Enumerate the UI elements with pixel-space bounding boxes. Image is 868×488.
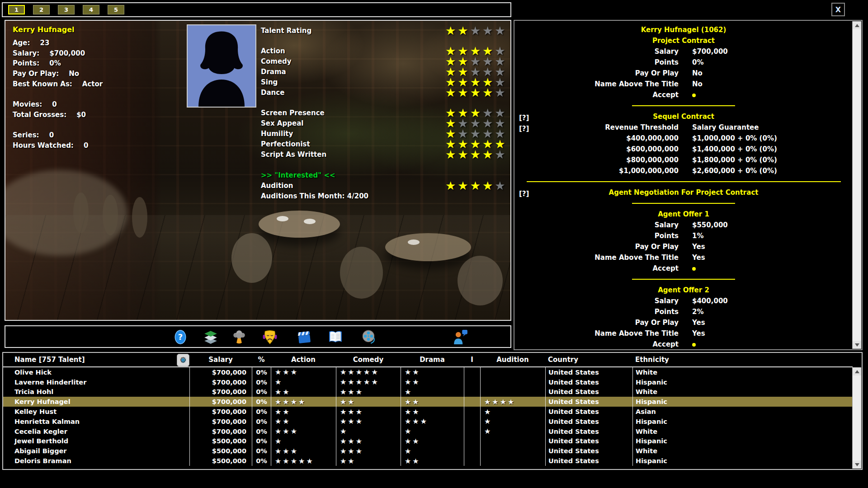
cell-comedy: ★★ [336, 456, 401, 466]
table-row[interactable]: Laverne Hinderliter$700,0000%★★★★★★★★Uni… [3, 377, 853, 387]
contract-scrollbar[interactable] [852, 21, 861, 349]
tab-5[interactable]: 5 [108, 5, 124, 14]
sequel-table-help-marker[interactable]: [?] [519, 125, 529, 133]
project-contract-heading: Project Contract [514, 35, 853, 46]
agent-offer-heading: Agent Offer 2 [514, 285, 853, 296]
cell-name: Tricia Hohl [3, 387, 189, 397]
kv-value: Yes [692, 329, 705, 338]
table-row[interactable]: Deloris Braman$500,0000%★★★★★★★★★United … [3, 456, 853, 466]
accept-radio[interactable] [692, 94, 696, 97]
cell-country: United States [545, 367, 632, 377]
cell-ethnicity: White [632, 367, 853, 377]
tab-2[interactable]: 2 [33, 5, 50, 14]
talent-stat-row: Hours Watched:0 [13, 141, 184, 151]
table-row[interactable]: Tricia Hohl$700,0000%★★★★★★United States… [3, 387, 853, 397]
cell-comedy: ★★★ [336, 387, 401, 397]
star-rating: ★ [401, 447, 412, 455]
talent-stat-row: Best Known As:Actor [13, 79, 184, 89]
svg-text:?: ? [178, 332, 183, 342]
table-row[interactable]: Kelley Hust$700,0000%★★★★★★★★United Stat… [3, 407, 853, 417]
accept-radio[interactable] [692, 267, 696, 271]
page-tab-bar: 12345 [2, 2, 511, 17]
accept-radio[interactable] [692, 343, 696, 347]
help-icon-button[interactable]: ? [173, 329, 189, 345]
negotiation-help-marker[interactable]: [?] [519, 190, 529, 198]
table-row[interactable]: Cecelia Kegler$700,0000%★★★★★★United Sta… [3, 427, 853, 436]
kv-label: $600,000,000 [514, 145, 679, 153]
column-header-ethnicity[interactable]: Ethnicity [632, 353, 853, 366]
contract-kv-row: Name Above The TitleNo [514, 79, 853, 89]
table-settings-gear-icon[interactable]: ⚙ [177, 354, 189, 366]
film-reel-icon-button[interactable] [361, 329, 377, 345]
cell-ethnicity: Hispanic [632, 397, 853, 407]
table-row[interactable]: Olive Hick$700,0000%★★★★★★★★★★United Sta… [3, 367, 853, 377]
scroll-down-icon[interactable] [853, 341, 861, 349]
kv-label: Salary [514, 297, 679, 305]
accept-label: Accept [514, 340, 679, 348]
tab-3[interactable]: 3 [58, 5, 75, 14]
star-rating: ★★★ [401, 417, 428, 426]
script-book-icon [328, 329, 344, 345]
star-rating: ★★ [336, 457, 356, 465]
cell-action: ★★ [271, 387, 336, 397]
cell-salary: $700,000 [189, 407, 252, 417]
stat-label: Best Known As: [13, 80, 72, 88]
sequel-row: $1,000,000,000$2,600,000 + 0% (0%) [514, 165, 853, 176]
cell-country: United States [545, 417, 632, 427]
scroll-up-icon[interactable] [853, 21, 861, 29]
cell-name: Deloris Braman [3, 456, 189, 466]
cell-name: Kerry Hufnagel [3, 397, 189, 407]
star-rating: ★★★★★ [336, 368, 379, 376]
cell-ethnicity: Hispanic [632, 436, 853, 446]
sequel-row: $800,000,000$1,800,000 + 0% (0%) [514, 155, 853, 165]
column-header-comedy[interactable]: Comedy [336, 353, 401, 366]
table-row[interactable]: Abigail Bigger$500,0000%★★★★★★★United St… [3, 446, 853, 456]
column-header-drama[interactable]: Drama [401, 353, 464, 366]
talent-stat-row: Age:23 [13, 38, 184, 48]
star-rating: ★★ [336, 398, 356, 406]
star-rating: ★★★ [271, 368, 298, 376]
column-header-salary[interactable]: Salary [189, 353, 252, 366]
scroll-up-icon[interactable] [853, 367, 861, 375]
close-button[interactable]: X [831, 3, 845, 16]
disaster-icon-button[interactable] [231, 329, 248, 345]
table-header: Name [757 Talent] Salary%ActionComedyDra… [3, 353, 853, 367]
scroll-down-icon[interactable] [853, 460, 861, 469]
cell-audition: ★★★★ [480, 397, 545, 407]
cell-percent: 0% [252, 397, 271, 407]
star-rating: ★★★ [336, 408, 363, 416]
kv-label: Pay Or Play [514, 69, 679, 77]
clapperboard-icon-button[interactable] [297, 329, 313, 345]
talent-stat-row: Pay Or Play:No [13, 69, 184, 79]
tab-1[interactable]: 1 [8, 5, 25, 14]
column-header-country[interactable]: Country [545, 353, 632, 366]
talent-stat-row: Series:0 [13, 130, 184, 141]
table-row[interactable]: Henrietta Kalman$700,0000%★★★★★★★★★Unite… [3, 417, 853, 427]
layers-icon-button[interactable] [203, 329, 219, 345]
talent-stat-row: Movies:0 [13, 99, 184, 110]
star-rating: ★★ [401, 378, 420, 386]
column-header-audition[interactable]: Audition [480, 353, 545, 366]
cell-country: United States [545, 397, 632, 407]
column-header-action[interactable]: Action [271, 353, 336, 366]
stat-value: 23 [40, 39, 50, 47]
column-header-name[interactable]: Name [757 Talent] [3, 353, 189, 366]
cell-action: ★★ [271, 407, 336, 417]
script-book-icon-button[interactable] [328, 329, 344, 345]
drama-mask-icon-button[interactable] [262, 329, 278, 345]
table-row[interactable]: Jewel Berthold$500,0000%★★★★★★United Sta… [3, 436, 853, 446]
table-scrollbar[interactable] [852, 367, 861, 469]
column-header-i[interactable]: I [464, 353, 480, 366]
cell-audition: ★ [480, 407, 545, 417]
talent-chat-icon-button[interactable] [453, 329, 469, 345]
tab-4[interactable]: 4 [83, 5, 99, 14]
cell-name: Kelley Hust [3, 407, 189, 417]
contract-kv-row: Pay Or PlayNo [514, 68, 853, 79]
stat-label: Hours Watched: [13, 141, 74, 150]
cell-drama: ★★ [401, 367, 464, 377]
cell-action: ★★★ [271, 427, 336, 436]
kv-label: Name Above The Title [514, 329, 679, 338]
sequel-help-marker[interactable]: [?] [519, 114, 529, 122]
table-row[interactable]: Kerry Hufnagel$700,0000%★★★★★★★★★★★★Unit… [3, 397, 853, 407]
column-header-%[interactable]: % [252, 353, 271, 366]
